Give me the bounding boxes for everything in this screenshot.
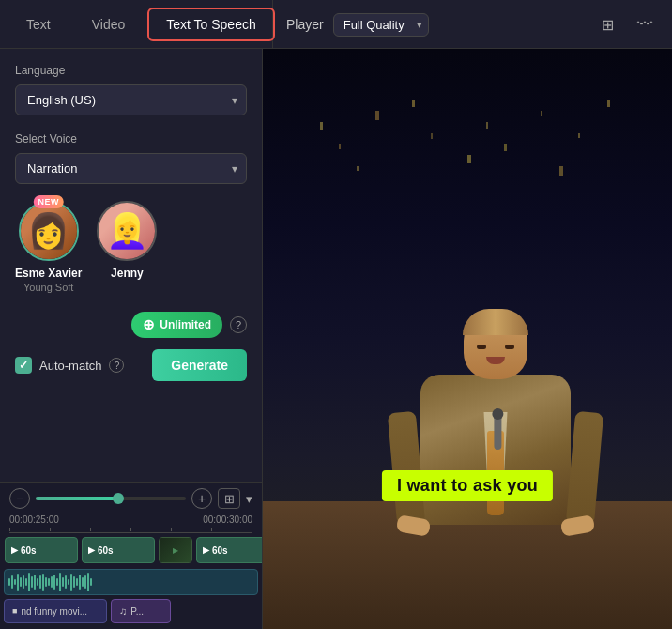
generate-button[interactable]: Generate: [152, 349, 247, 381]
auto-match-help-icon[interactable]: ?: [109, 358, 124, 373]
ruler-time2: 00:00:30:00: [131, 514, 253, 525]
tab-text-to-speech[interactable]: Text To Speech: [147, 8, 274, 41]
timeline-minus-button[interactable]: −: [9, 488, 30, 509]
text-clip-funny[interactable]: ■ nd funny movi...: [4, 599, 107, 623]
text-clip-funny-label: nd funny movi...: [21, 606, 87, 617]
video-clip-3[interactable]: ▶ 60s: [196, 537, 262, 563]
unlimited-badge: ⊕ Unlimited: [131, 312, 222, 338]
timeline-arrow-down[interactable]: ▾: [246, 492, 252, 506]
quality-select[interactable]: Full Quality: [333, 13, 429, 37]
music-icon: ♫: [119, 606, 127, 617]
voice-name-esme: Esme Xavier: [15, 267, 82, 280]
video-thumbnail-clip[interactable]: ▶: [159, 537, 192, 563]
language-label: Language: [15, 64, 247, 77]
music-clip-label: P...: [130, 606, 144, 617]
voice-label: Select Voice: [15, 132, 247, 146]
subtitle-overlay: I want to ask you: [382, 470, 553, 501]
timeline-slider-thumb[interactable]: [113, 493, 124, 504]
language-select[interactable]: English (US) English (UK) Spanish: [15, 84, 247, 115]
voice-style-esme: Young Soft: [23, 282, 73, 293]
timeline-plus-button[interactable]: +: [191, 488, 212, 509]
clip-label-3: 60s: [212, 545, 228, 556]
voice-section: Select Voice Narration Conversation News: [15, 132, 247, 184]
tab-video[interactable]: Video: [73, 8, 145, 41]
auto-match-label: Auto-match: [39, 359, 101, 373]
video-clip-2[interactable]: ▶ 60s: [82, 537, 155, 563]
language-section: Language English (US) English (UK) Spani…: [15, 64, 247, 115]
unlimited-help-icon[interactable]: ?: [230, 316, 247, 333]
clip-label-2: 60s: [98, 545, 114, 556]
ruler-time1: 00:00:25:00: [9, 514, 131, 525]
grid-view-button[interactable]: ⊞: [593, 13, 621, 36]
timeline-slider-track: [36, 497, 186, 500]
tab-text[interactable]: Text: [8, 8, 69, 41]
voice-card-jenny[interactable]: 👱‍♀️ Jenny: [97, 201, 157, 293]
auto-match-checkbox[interactable]: ✓: [15, 357, 32, 374]
video-area: I want to ask you: [263, 49, 672, 629]
new-badge: NEW: [33, 195, 64, 208]
voice-card-esme[interactable]: NEW 👩 Esme Xavier Young Soft: [15, 201, 82, 293]
audio-waveform-track[interactable]: [4, 569, 258, 595]
voice-select[interactable]: Narration Conversation News: [15, 153, 247, 184]
player-label: Player: [286, 17, 324, 32]
plus-icon: ⊕: [143, 316, 155, 333]
unlimited-label: Unlimited: [160, 318, 211, 331]
voice-grid: NEW 👩 Esme Xavier Young Soft: [15, 201, 247, 293]
voice-name-jenny: Jenny: [111, 267, 144, 280]
check-icon: ✓: [19, 359, 28, 372]
waveform-view-button[interactable]: 〰: [631, 13, 659, 36]
clip-label-1: 60s: [21, 545, 37, 556]
video-clip-1[interactable]: ▶ 60s: [5, 537, 78, 563]
grid-layout-button[interactable]: ⊞: [218, 488, 240, 509]
music-clip[interactable]: ♫ P...: [111, 599, 171, 623]
